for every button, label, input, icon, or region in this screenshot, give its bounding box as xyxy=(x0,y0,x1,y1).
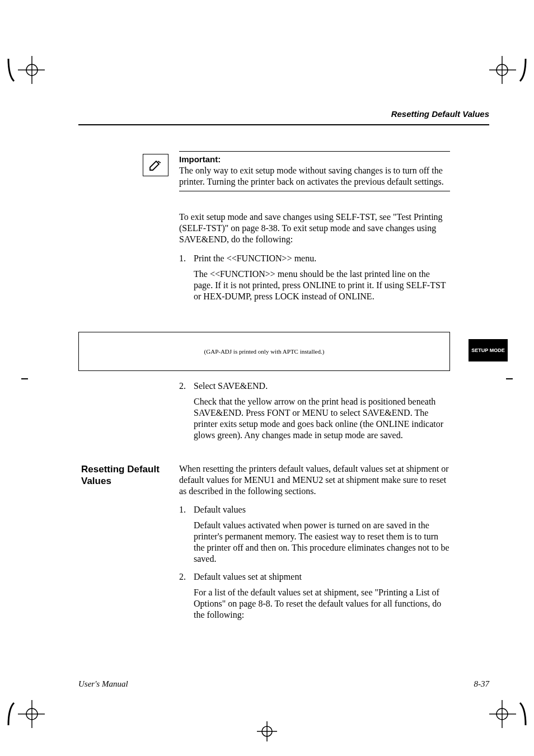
crop-mark-top-left xyxy=(6,50,45,90)
section2-item1-sub: Default values activated when power is t… xyxy=(194,520,450,565)
step-2-sub: Check that the yellow arrow on the print… xyxy=(194,396,450,441)
section-heading-resetting: Resetting Default Values xyxy=(81,463,165,487)
intro-paragraph: To exit setup mode and save changes usin… xyxy=(179,212,450,245)
crop-tick-right xyxy=(506,378,513,379)
crop-mark-bottom-right xyxy=(489,694,528,734)
running-head: Resetting Default Values xyxy=(391,109,489,119)
crop-mark-bottom-left xyxy=(6,694,45,734)
footer-manual-title: User's Manual xyxy=(78,679,128,689)
section2-item1: Default values xyxy=(194,504,246,515)
important-label: Important: xyxy=(179,154,221,164)
section2-intro: When resetting the printers default valu… xyxy=(179,463,450,497)
step-number: 1. xyxy=(179,504,188,515)
step-1-sub: The <<FUNCTION>> menu should be the last… xyxy=(194,269,450,302)
step-1-text: Print the <<FUNCTION>> menu. xyxy=(194,253,316,264)
step-number: 2. xyxy=(179,571,188,583)
header-rule xyxy=(78,124,489,125)
section2-item2: Default values set at shipment xyxy=(194,571,302,583)
footer-page-number: 8-37 xyxy=(474,679,490,689)
important-text: The only way to exit setup mode without … xyxy=(179,165,450,187)
registration-mark-bottom xyxy=(256,720,278,745)
function-menu-illustration: (GAP-ADJ is printed only with APTC insta… xyxy=(78,332,450,371)
step-2-text: Select SAVE&END. xyxy=(194,381,268,392)
crop-mark-top-right xyxy=(489,50,528,90)
chapter-tab: SETUP MODE xyxy=(469,339,508,361)
important-icon xyxy=(143,154,168,176)
step-number: 2. xyxy=(179,381,188,392)
section2-item2-sub: For a list of the default values set at … xyxy=(194,587,450,621)
crop-tick-left xyxy=(21,378,28,379)
step-number: 1. xyxy=(179,253,188,264)
function-box-caption: (GAP-ADJ is printed only with APTC insta… xyxy=(204,348,325,355)
